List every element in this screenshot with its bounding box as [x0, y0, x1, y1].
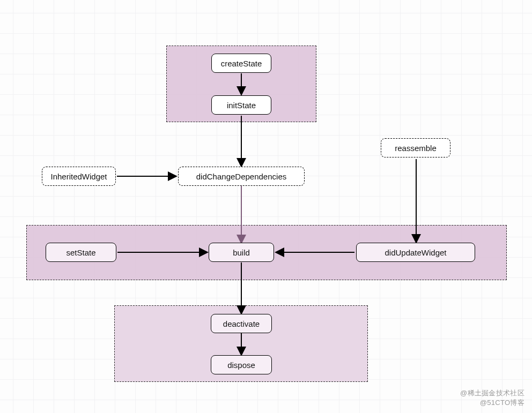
node-dispose: dispose — [211, 355, 272, 374]
node-setState: setState — [46, 243, 116, 262]
watermark-51cto: @51CTO博客 — [480, 398, 524, 408]
node-didChangeDependencies: didChangeDependencies — [178, 167, 305, 186]
node-deactivate: deactivate — [211, 314, 272, 333]
node-initState: initState — [211, 95, 271, 115]
node-build: build — [209, 243, 274, 262]
node-reassemble: reassemble — [381, 138, 450, 157]
node-didUpdateWidget: didUpdateWidget — [356, 243, 475, 262]
watermark-juejin: @稀土掘金技术社区 — [460, 388, 524, 398]
node-createState: createState — [211, 54, 271, 73]
node-inheritedWidget: InheritedWidget — [42, 167, 116, 186]
